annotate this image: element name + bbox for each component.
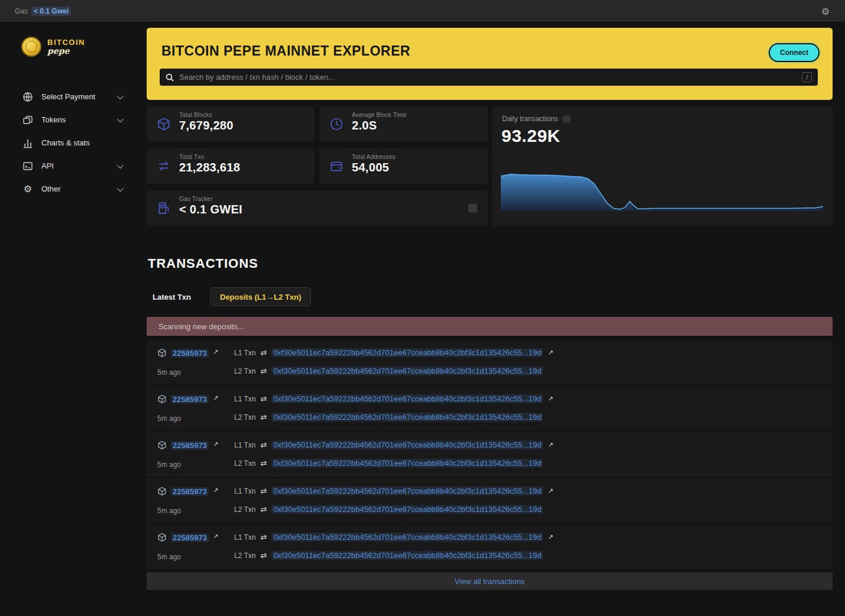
external-link-icon[interactable]: ↗ bbox=[213, 348, 218, 356]
sidebar-item-label: Other bbox=[41, 184, 61, 193]
block-cube-icon bbox=[157, 487, 167, 496]
stat-label: Average Block Time bbox=[352, 112, 406, 118]
l2-txn-hash-link[interactable]: 0xf30e5011ec7a59222bb4562d701ee67cceabb8… bbox=[271, 367, 543, 375]
search-bar[interactable]: / bbox=[160, 69, 818, 86]
gas-value[interactable]: < 0.1 Gwei bbox=[31, 7, 71, 16]
swap-icon: ⇄ bbox=[260, 394, 267, 403]
l1-txn-hash-link[interactable]: 0xf30e5011ec7a59222bb4562d701ee67cceabb8… bbox=[271, 440, 543, 449]
gas-info-icon[interactable] bbox=[468, 204, 477, 213]
stat-label: Total Txn bbox=[179, 154, 240, 160]
stat-label: Gas Tracker bbox=[179, 196, 242, 202]
connect-button[interactable]: Connect bbox=[769, 43, 820, 62]
tab-latest-txn[interactable]: Latest Txn bbox=[153, 293, 191, 301]
terminal-icon bbox=[22, 161, 33, 171]
top-bar: Gas < 0.1 Gwei ⚙ bbox=[0, 0, 845, 22]
daily-transactions-label: Daily transactions bbox=[502, 115, 558, 123]
sidebar-item-select-payment[interactable]: Select Payment bbox=[0, 85, 147, 108]
transaction-age: 5m ago bbox=[157, 414, 181, 423]
transaction-age: 5m ago bbox=[157, 368, 181, 377]
sidebar-item-label: API bbox=[41, 161, 54, 170]
transactions-list: 22585973 ↗ 5m ago L1 Txn ⇄ 0xf30e5011ec7… bbox=[147, 340, 833, 570]
sidebar-item-label: Tokens bbox=[41, 115, 66, 124]
search-icon bbox=[166, 73, 174, 82]
l1-txn-label: L1 Txn bbox=[234, 441, 255, 449]
stat-card-total-txn: Total Txn 21,283,618 bbox=[147, 148, 315, 184]
l1-txn-label: L1 Txn bbox=[234, 349, 255, 357]
l2-txn-hash-link[interactable]: 0xf30e5011ec7a59222bb4562d701ee67cceabb8… bbox=[271, 459, 543, 468]
sidebar-item-charts-stats[interactable]: Charts & stats bbox=[0, 131, 147, 154]
sidebar-item-label: Charts & stats bbox=[41, 138, 90, 147]
stat-value: 21,283,618 bbox=[179, 161, 240, 174]
chevron-down-icon bbox=[117, 184, 124, 191]
scanning-banner-text: Scanning new deposits... bbox=[158, 322, 244, 331]
block-number-link[interactable]: 22585973 bbox=[171, 349, 209, 358]
swap-icon: ⇄ bbox=[260, 367, 267, 375]
sidebar-item-api[interactable]: API bbox=[0, 154, 147, 177]
transaction-row: 22585973 ↗ 5m ago L1 Txn ⇄ 0xf30e5011ec7… bbox=[147, 340, 833, 385]
block-number-link[interactable]: 22585973 bbox=[171, 441, 209, 450]
external-link-icon[interactable]: ↗ bbox=[213, 533, 218, 540]
external-link-icon[interactable]: ↗ bbox=[548, 441, 553, 449]
l1-txn-hash-link[interactable]: 0xf30e5011ec7a59222bb4562d701ee67cceabb8… bbox=[271, 533, 543, 542]
l1-txn-hash-link[interactable]: 0xf30e5011ec7a59222bb4562d701ee67cceabb8… bbox=[271, 487, 543, 495]
page-title: BITCOIN PEPE MAINNET EXPLORER bbox=[161, 43, 410, 59]
block-cube-icon bbox=[157, 440, 167, 450]
info-icon[interactable] bbox=[563, 115, 571, 123]
explorer-header-banner: BITCOIN PEPE MAINNET EXPLORER Connect / bbox=[147, 28, 833, 100]
transaction-row: 22585973 ↗ 5m ago L1 Txn ⇄ 0xf30e5011ec7… bbox=[147, 386, 833, 431]
swap-icon: ⇄ bbox=[260, 459, 267, 468]
daily-transactions-value: 93.29K bbox=[501, 126, 561, 146]
settings-gear-icon[interactable]: ⚙ bbox=[821, 5, 830, 17]
transaction-row: 22585973 ↗ 5m ago L1 Txn ⇄ 0xf30e5011ec7… bbox=[147, 478, 833, 523]
stat-value: 7,679,280 bbox=[179, 119, 234, 132]
main-content: BITCOIN PEPE MAINNET EXPLORER Connect / … bbox=[147, 22, 833, 616]
l2-txn-label: L2 Txn bbox=[234, 367, 255, 375]
stat-card-average-block-time: Average Block Time 2.0S bbox=[319, 106, 488, 142]
stat-label: Total Addresses bbox=[352, 154, 396, 160]
external-link-icon[interactable]: ↗ bbox=[213, 440, 218, 448]
sidebar: BITCOIN pepe Select Payment Tokens Chart… bbox=[0, 22, 147, 616]
external-link-icon[interactable]: ↗ bbox=[213, 487, 218, 494]
l1-txn-hash-link[interactable]: 0xf30e5011ec7a59222bb4562d701ee67cceabb8… bbox=[271, 394, 543, 403]
bitcoin-pepe-coin-icon bbox=[21, 37, 41, 57]
tab-deposits-l1-l2[interactable]: Deposits (L1→L2 Txn) bbox=[210, 287, 311, 306]
transaction-age: 5m ago bbox=[157, 461, 181, 469]
l1-txn-hash-link[interactable]: 0xf30e5011ec7a59222bb4562d701ee67cceabb8… bbox=[271, 348, 543, 357]
l1-txn-label: L1 Txn bbox=[234, 487, 255, 495]
transaction-row: 22585973 ↗ 5m ago L1 Txn ⇄ 0xf30e5011ec7… bbox=[147, 524, 833, 569]
swap-icon: ⇄ bbox=[260, 413, 267, 422]
block-number-link[interactable]: 22585973 bbox=[171, 395, 209, 404]
block-number-link[interactable]: 22585973 bbox=[171, 533, 209, 542]
l2-txn-label: L2 Txn bbox=[234, 552, 255, 560]
l2-txn-label: L2 Txn bbox=[234, 505, 255, 514]
brand-logo[interactable]: BITCOIN pepe bbox=[21, 37, 147, 57]
sidebar-item-other[interactable]: ⚙ Other bbox=[0, 177, 147, 200]
l2-txn-hash-link[interactable]: 0xf30e5011ec7a59222bb4562d701ee67cceabb8… bbox=[271, 413, 543, 422]
sidebar-nav: Select Payment Tokens Charts & stats API… bbox=[0, 85, 147, 200]
external-link-icon[interactable]: ↗ bbox=[213, 394, 218, 402]
stat-card-gas-tracker: Gas Tracker < 0.1 GWEI bbox=[147, 190, 488, 226]
globe-icon bbox=[22, 92, 33, 102]
sidebar-item-tokens[interactable]: Tokens bbox=[0, 108, 147, 131]
view-all-transactions-link[interactable]: View all transactions bbox=[455, 577, 525, 586]
stat-value: < 0.1 GWEI bbox=[179, 203, 242, 216]
external-link-icon[interactable]: ↗ bbox=[548, 349, 553, 356]
bar-chart-icon bbox=[22, 138, 33, 148]
block-cube-icon bbox=[157, 394, 167, 404]
keyboard-shortcut-hint: / bbox=[802, 72, 812, 82]
external-link-icon[interactable]: ↗ bbox=[548, 395, 553, 403]
scanning-deposits-banner: Scanning new deposits... bbox=[147, 317, 833, 336]
sidebar-item-label: Select Payment bbox=[41, 92, 95, 101]
brand-name-line1: BITCOIN bbox=[47, 38, 85, 47]
daily-transactions-card: Daily transactions 93.29K bbox=[493, 106, 833, 226]
block-number-link[interactable]: 22585973 bbox=[171, 487, 209, 496]
search-input[interactable] bbox=[179, 73, 802, 82]
l2-txn-hash-link[interactable]: 0xf30e5011ec7a59222bb4562d701ee67cceabb8… bbox=[271, 505, 543, 514]
external-link-icon[interactable]: ↗ bbox=[548, 487, 553, 495]
l1-txn-label: L1 Txn bbox=[234, 395, 255, 403]
transaction-age: 5m ago bbox=[157, 507, 181, 515]
swap-icon: ⇄ bbox=[260, 533, 267, 542]
stat-value: 54,005 bbox=[352, 161, 396, 174]
external-link-icon[interactable]: ↗ bbox=[548, 533, 553, 541]
l2-txn-hash-link[interactable]: 0xf30e5011ec7a59222bb4562d701ee67cceabb8… bbox=[271, 551, 543, 560]
